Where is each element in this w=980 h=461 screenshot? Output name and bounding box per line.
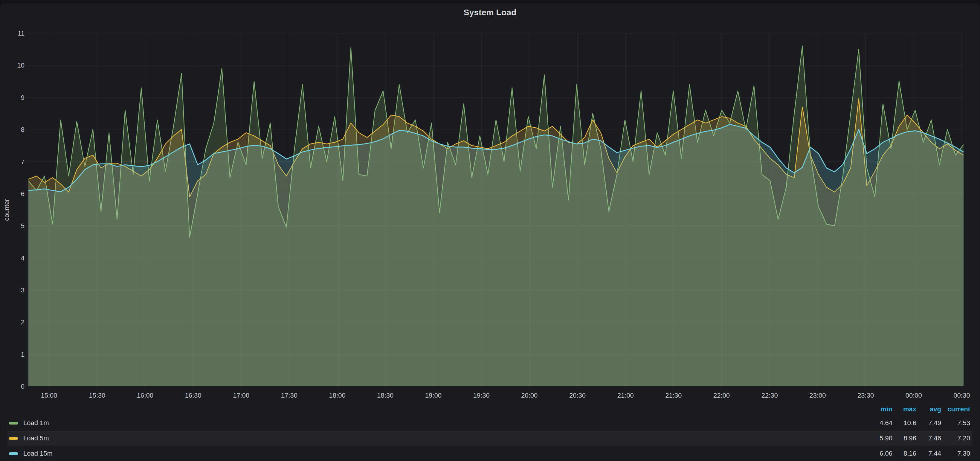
y-tick-label: 6 bbox=[21, 190, 24, 198]
y-tick-label: 9 bbox=[21, 94, 24, 101]
y-tick-label: 2 bbox=[21, 318, 24, 326]
x-tick-label: 23:30 bbox=[858, 392, 874, 399]
legend-value-current: 7.30 bbox=[928, 446, 970, 461]
x-tick-label: 15:00 bbox=[41, 392, 57, 399]
legend-value-current: 7.20 bbox=[928, 431, 970, 446]
legend-header-current[interactable]: current bbox=[947, 405, 970, 413]
legend-header-avg[interactable]: avg bbox=[930, 405, 941, 413]
y-tick-label: 0 bbox=[21, 383, 24, 390]
legend-series-name[interactable]: Load 1m bbox=[23, 416, 49, 431]
x-tick-label: 17:00 bbox=[233, 392, 249, 399]
legend-header-row: minmaxavgcurrent bbox=[8, 405, 972, 413]
x-tick-label: 16:30 bbox=[185, 392, 201, 399]
legend-row-load-15m: Load 15m6.068.167.447.30 bbox=[8, 446, 972, 461]
x-tick-label: 20:30 bbox=[569, 392, 585, 399]
x-tick-label: 00:30 bbox=[953, 392, 970, 399]
x-tick-label: 22:30 bbox=[762, 392, 778, 399]
x-tick-label: 21:00 bbox=[617, 392, 634, 399]
x-tick-label: 20:00 bbox=[521, 392, 538, 399]
legend-value-current: 7.53 bbox=[928, 416, 970, 431]
legend-series-name[interactable]: Load 5m bbox=[23, 431, 49, 446]
legend-header-max[interactable]: max bbox=[903, 405, 916, 413]
legend-series-swatch-icon[interactable] bbox=[9, 437, 18, 440]
x-tick-label: 18:00 bbox=[329, 392, 345, 399]
x-tick-label: 15:30 bbox=[89, 392, 105, 399]
x-tick-label: 22:00 bbox=[713, 392, 730, 399]
x-tick-label: 19:30 bbox=[473, 392, 490, 399]
x-tick-label: 17:30 bbox=[281, 392, 298, 399]
y-tick-label: 8 bbox=[21, 126, 24, 134]
x-tick-label: 00:00 bbox=[905, 392, 922, 399]
legend-series-name[interactable]: Load 15m bbox=[23, 446, 52, 461]
y-axis-label: counter bbox=[3, 199, 11, 221]
y-tick-label: 11 bbox=[18, 30, 24, 37]
x-tick-label: 23:00 bbox=[809, 392, 826, 399]
x-tick-label: 21:30 bbox=[665, 392, 682, 399]
chart-plot-area[interactable] bbox=[29, 33, 964, 386]
y-tick-label: 4 bbox=[21, 254, 24, 262]
legend-header-min[interactable]: min bbox=[881, 405, 892, 413]
legend-row-load-1m: Load 1m4.6410.67.497.53 bbox=[8, 416, 972, 431]
grafana-graph-panel: System Load 15:0015:3016:0016:3017:0017:… bbox=[0, 0, 980, 461]
y-tick-label: 1 bbox=[21, 351, 24, 358]
legend-row-load-5m: Load 5m5.908.967.467.20 bbox=[8, 431, 972, 446]
system-load-chart: 15:0015:3016:0016:3017:0017:3018:0018:30… bbox=[0, 0, 980, 461]
legend-series-swatch-icon[interactable] bbox=[9, 422, 18, 424]
y-tick-label: 10 bbox=[18, 62, 24, 69]
y-tick-label: 3 bbox=[21, 286, 24, 294]
x-tick-label: 18:30 bbox=[377, 392, 393, 399]
y-tick-label: 7 bbox=[21, 158, 24, 165]
x-tick-label: 19:00 bbox=[425, 392, 442, 399]
x-tick-label: 16:00 bbox=[137, 392, 153, 399]
legend-series-swatch-icon[interactable] bbox=[9, 452, 18, 455]
y-tick-label: 5 bbox=[21, 222, 24, 230]
